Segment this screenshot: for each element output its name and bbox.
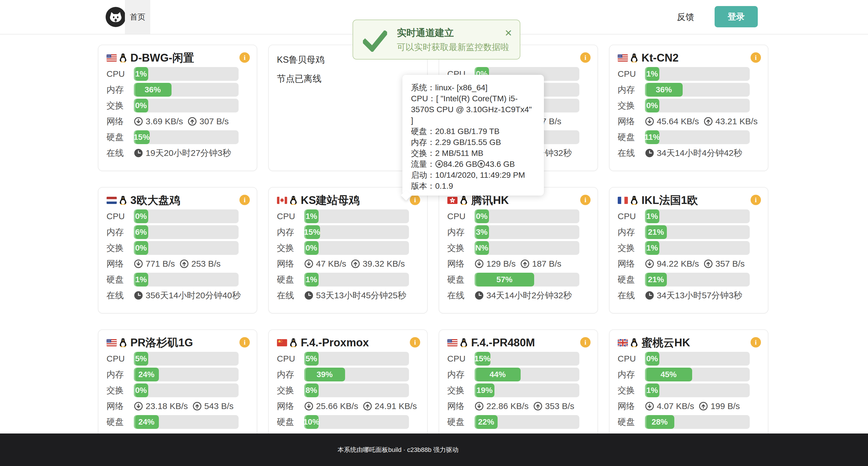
tooltip-line-value: 2 MB/511 MB	[435, 149, 484, 158]
info-icon[interactable]: i	[240, 337, 250, 347]
flag-nl-icon	[106, 197, 117, 204]
login-button[interactable]: 登录	[715, 6, 758, 27]
tooltip-line-value: 2.29 GB/15.55 GB	[435, 138, 501, 147]
memory-percent: 36%	[656, 85, 672, 94]
memory-progress-bar: 36%	[645, 83, 750, 97]
tooltip-line-label: CPU：	[411, 94, 436, 103]
linux-os-icon	[119, 338, 127, 347]
flag-us-icon	[106, 339, 117, 346]
cpu-percent: 0%	[476, 212, 488, 221]
swap-progress-bar: 19%	[474, 384, 579, 397]
download-arrow-icon	[645, 117, 654, 126]
server-name: 蜜桃云HK	[642, 335, 690, 350]
info-icon[interactable]: i	[751, 52, 761, 63]
swap-label: 交换	[447, 385, 474, 396]
close-icon[interactable]: ✕	[504, 28, 512, 38]
info-icon[interactable]: i	[580, 337, 591, 347]
info-icon[interactable]: i	[410, 195, 420, 205]
swap-row: 交换 0%	[106, 99, 257, 112]
memory-label: 内存	[447, 226, 474, 238]
memory-row: 内存 15%	[277, 225, 427, 239]
info-icon[interactable]: i	[751, 337, 761, 347]
info-icon[interactable]: i	[410, 337, 420, 347]
feedback-label: 反馈	[677, 11, 694, 23]
disk-percent: 1%	[306, 275, 317, 284]
uptime-value: 356天14小时20分钟40秒	[146, 290, 241, 301]
info-icon[interactable]: i	[240, 195, 250, 205]
disk-progress-bar: 57%	[474, 273, 579, 287]
memory-label: 内存	[618, 369, 645, 380]
tooltip-line-value: linux- [x86_64]	[435, 83, 488, 92]
tooltip-line: 流量：84.26 GB43.6 GB	[411, 159, 535, 170]
upload-arrow-icon	[533, 402, 542, 411]
info-icon[interactable]: i	[240, 52, 250, 63]
swap-progress-bar: 0%	[304, 241, 409, 255]
info-icon[interactable]: i	[580, 52, 591, 63]
traffic-down-value: 84.26 GB	[443, 160, 477, 169]
memory-label: 内存	[618, 226, 645, 238]
disk-progress-bar: 28%	[645, 415, 750, 429]
swap-label: 交换	[106, 385, 134, 396]
network-label: 网络	[447, 258, 474, 270]
cpu-row: CPU 1%	[106, 67, 257, 81]
server-card-header: KS建站母鸡 i	[277, 193, 420, 207]
cpu-label: CPU	[618, 69, 645, 79]
server-name: KS建站母鸡	[301, 193, 360, 208]
server-card-header: PR洛杉矶1G i	[106, 336, 250, 350]
server-card-header: IKL法国1欧 i	[618, 193, 761, 207]
swap-progress-bar: 0%	[134, 384, 239, 397]
network-row: 网络 22.86 KB/s 353 B/s	[447, 399, 597, 413]
swap-percent: 0%	[135, 386, 147, 395]
logo-avatar[interactable]	[105, 7, 126, 27]
nezha-panel-link[interactable]: 哪吒面板	[363, 445, 388, 454]
disk-progress-bar: 22%	[474, 415, 579, 429]
memory-row: 内存 44%	[447, 368, 597, 381]
clock-icon	[304, 291, 313, 300]
disk-percent: 24%	[138, 418, 155, 427]
memory-row: 内存 21%	[618, 225, 768, 239]
download-speed: 47 KB/s	[316, 259, 346, 269]
disk-row: 硬盘 57%	[447, 273, 597, 287]
footer-text-prefix: 本系统由	[338, 445, 363, 454]
cpu-label: CPU	[447, 354, 474, 364]
network-row: 网络 25.66 KB/s 24.91 KB/s	[277, 399, 427, 413]
memory-progress-bar: 15%	[304, 225, 409, 239]
cpu-percent: 0%	[135, 212, 147, 221]
memory-percent: 39%	[317, 370, 333, 379]
linux-os-icon	[119, 53, 127, 62]
swap-label: 交换	[106, 242, 134, 254]
cpu-row: CPU 15%	[447, 352, 597, 366]
cpu-percent: 1%	[306, 212, 317, 221]
upload-speed: 357 B/s	[715, 259, 745, 269]
info-icon[interactable]: i	[751, 195, 761, 205]
download-speed: 129 B/s	[486, 259, 516, 269]
upload-speed: 39.32 KB/s	[363, 259, 405, 269]
swap-percent: 1%	[646, 243, 658, 253]
memory-row: 内存 6%	[106, 225, 257, 239]
server-name: IKL法国1欧	[642, 193, 698, 208]
memory-label: 内存	[277, 226, 304, 238]
linux-os-icon	[460, 338, 468, 347]
flag-us-icon	[447, 339, 458, 346]
download-speed: 45.64 KB/s	[657, 116, 699, 126]
info-icon[interactable]: i	[580, 195, 591, 205]
server-info-tooltip: 系统：linux- [x86_64]CPU：[ "Intel(R) Core(T…	[402, 75, 544, 196]
memory-percent: 24%	[138, 370, 155, 379]
upload-arrow-icon	[699, 402, 708, 411]
swap-percent: 0%	[646, 101, 658, 110]
server-card-header: Kt-CN2 i	[618, 51, 761, 65]
swap-row: 交换 19%	[447, 384, 597, 397]
feedback-link[interactable]: 反馈	[677, 0, 694, 34]
memory-progress-bar: 21%	[645, 225, 750, 239]
cpu-label: CPU	[277, 211, 304, 221]
tab-home[interactable]: 首页	[125, 0, 150, 34]
disk-progress-bar: 10%	[304, 415, 409, 429]
tooltip-line: 版本：0.1.9	[411, 181, 535, 192]
download-speed: 22.86 KB/s	[486, 401, 529, 411]
traffic-up-value: 43.6 GB	[485, 160, 515, 169]
swap-label: 交换	[277, 242, 304, 254]
cpu-label: CPU	[106, 69, 134, 79]
swap-label: 交换	[106, 100, 134, 111]
swap-row: 交换 1%	[618, 384, 768, 397]
cpu-row: CPU 0%	[618, 352, 768, 366]
